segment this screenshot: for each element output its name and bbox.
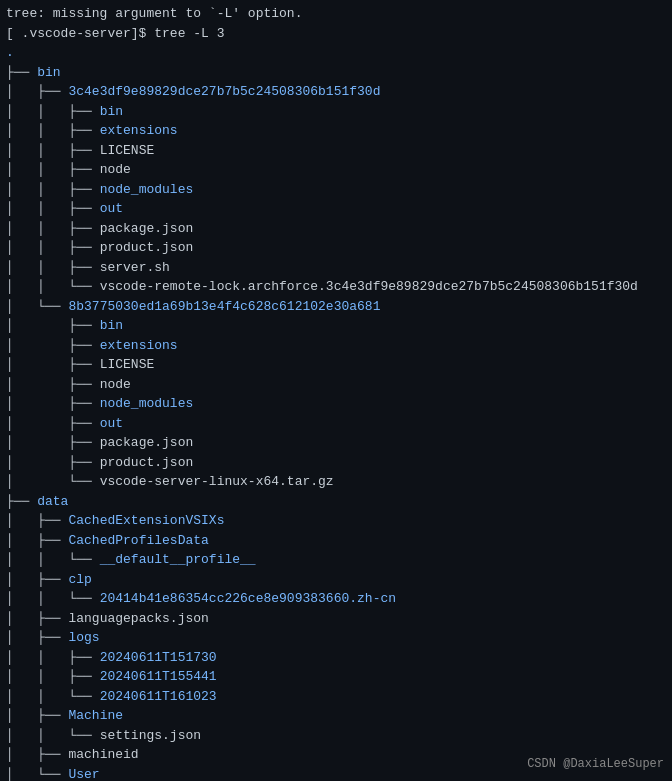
tree-item: . xyxy=(6,43,666,63)
tree-item: │ ├── product.json xyxy=(6,453,666,473)
tree-item: │ │ └── __default__profile__ xyxy=(6,550,666,570)
tree-item: │ ├── clp xyxy=(6,570,666,590)
tree-item: │ ├── package.json xyxy=(6,433,666,453)
tree-item: │ ├── Machine xyxy=(6,706,666,726)
tree-item: │ │ ├── server.sh xyxy=(6,258,666,278)
tree-item: │ └── vscode-server-linux-x64.tar.gz xyxy=(6,472,666,492)
tree-item: │ │ └── vscode-remote-lock.archforce.3c4… xyxy=(6,277,666,297)
error-line: tree: missing argument to `-L' option. xyxy=(6,4,666,24)
tree-item: │ ├── CachedProfilesData xyxy=(6,531,666,551)
tree-item: │ │ ├── out xyxy=(6,199,666,219)
tree-item: │ │ ├── 20240611T151730 xyxy=(6,648,666,668)
prompt-line: [ .vscode-server]$ tree -L 3 xyxy=(6,24,666,44)
watermark: CSDN @DaxiaLeeSuper xyxy=(527,755,664,773)
tree-item: │ │ └── 20240611T161023 xyxy=(6,687,666,707)
tree-item: │ │ ├── package.json xyxy=(6,219,666,239)
tree-item: │ └── 8b3775030ed1a69b13e4f4c628c612102e… xyxy=(6,297,666,317)
tree-item: │ │ ├── node_modules xyxy=(6,180,666,200)
tree-item: │ ├── 3c4e3df9e89829dce27b7b5c24508306b1… xyxy=(6,82,666,102)
tree-item: │ ├── logs xyxy=(6,628,666,648)
tree-output: .├── bin│ ├── 3c4e3df9e89829dce27b7b5c24… xyxy=(6,43,666,781)
tree-item: │ ├── bin xyxy=(6,316,666,336)
tree-item: ├── bin xyxy=(6,63,666,83)
tree-item: │ │ ├── 20240611T155441 xyxy=(6,667,666,687)
tree-item: │ │ ├── bin xyxy=(6,102,666,122)
tree-item: │ │ ├── node xyxy=(6,160,666,180)
tree-item: │ │ ├── LICENSE xyxy=(6,141,666,161)
tree-item: │ │ ├── extensions xyxy=(6,121,666,141)
tree-item: │ ├── LICENSE xyxy=(6,355,666,375)
tree-item: │ ├── node_modules xyxy=(6,394,666,414)
tree-item: │ ├── extensions xyxy=(6,336,666,356)
tree-item: │ │ └── 20414b41e86354cc226ce8e909383660… xyxy=(6,589,666,609)
tree-item: │ │ └── settings.json xyxy=(6,726,666,746)
tree-item: │ │ ├── product.json xyxy=(6,238,666,258)
tree-item: │ ├── languagepacks.json xyxy=(6,609,666,629)
tree-item: │ ├── CachedExtensionVSIXs xyxy=(6,511,666,531)
tree-item: │ ├── out xyxy=(6,414,666,434)
tree-item: ├── data xyxy=(6,492,666,512)
tree-item: │ ├── node xyxy=(6,375,666,395)
